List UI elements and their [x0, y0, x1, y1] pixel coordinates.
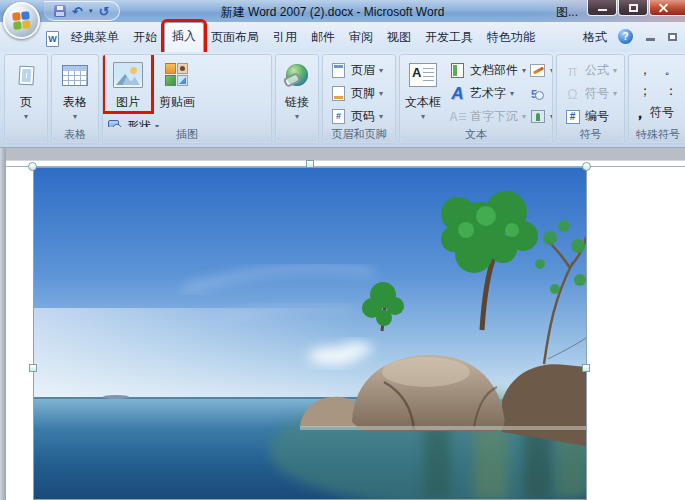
resize-handle-top-left[interactable] — [28, 162, 37, 171]
group-pages: 页 ▾ — [4, 54, 48, 144]
header-icon — [332, 63, 345, 78]
group-illustrations: 图片 剪贴画 形状 ▾ SmartArt 图表 — [102, 54, 272, 144]
inserted-picture[interactable] — [33, 167, 587, 500]
redo-icon[interactable]: ↺ — [98, 5, 109, 18]
document-area[interactable] — [0, 148, 685, 500]
textbox-label: 文本框 — [405, 94, 441, 111]
picture-label: 图片 — [116, 94, 140, 111]
textbox-button[interactable]: A 文本框 ▾ — [400, 55, 446, 121]
tab-special-features[interactable]: 特色功能 — [480, 24, 542, 52]
undo-dropdown-icon[interactable]: ▾ — [89, 7, 93, 15]
tab-page-layout[interactable]: 页面布局 — [204, 24, 266, 52]
chevron-down-icon: ▾ — [379, 67, 383, 75]
ribbon: 页 ▾ 表格 ▾ 表格 图片 剪贴画 — [0, 52, 685, 148]
pages-button[interactable]: 页 ▾ — [5, 55, 47, 121]
pages-label: 页 — [20, 94, 32, 111]
help-button[interactable]: ? — [618, 29, 633, 44]
footer-label: 页脚 — [351, 85, 375, 102]
table-button[interactable]: 表格 ▾ — [52, 55, 98, 121]
page-icon — [18, 65, 34, 85]
signature-line-button[interactable]: ▾ — [526, 59, 550, 82]
group-label-tables: 表格 — [53, 127, 97, 142]
group-tables: 表格 ▾ 表格 — [51, 54, 99, 144]
insert-period-button[interactable]: 。 — [660, 61, 682, 79]
background-window-title: 图... — [556, 4, 578, 21]
wordart-label: 艺术字 — [470, 85, 506, 102]
resize-handle-middle-right[interactable] — [582, 364, 590, 372]
object-icon — [531, 110, 545, 123]
tab-classic-menu[interactable]: 经典菜单 — [64, 24, 126, 52]
office-button[interactable] — [3, 2, 40, 39]
quick-parts-icon — [451, 63, 464, 78]
wordart-button[interactable]: A 艺术字 ▾ — [446, 82, 526, 105]
doc-restore-icon[interactable] — [668, 33, 677, 41]
tabs: W 经典菜单 开始 插入 页面布局 引用 邮件 审阅 视图 开发工具 特色功能 … — [46, 22, 614, 52]
omega-icon: Ω — [567, 86, 577, 102]
resize-handle-top-center[interactable] — [306, 160, 314, 168]
table-icon — [62, 65, 88, 86]
smartart-label: SmartArt — [127, 143, 174, 145]
chevron-down-icon: ▾ — [295, 113, 299, 121]
tab-view[interactable]: 视图 — [380, 24, 418, 52]
minimize-button[interactable] — [587, 0, 617, 16]
clipart-label: 剪贴画 — [159, 94, 195, 111]
picture-button[interactable]: 图片 — [105, 55, 151, 111]
resize-handle-top-right[interactable] — [582, 162, 591, 171]
chevron-down-icon: ▾ — [613, 67, 617, 75]
insert-comma-button[interactable]: ， — [634, 61, 656, 79]
tab-mailings[interactable]: 邮件 — [304, 24, 342, 52]
doc-minimize-icon[interactable] — [646, 38, 655, 41]
save-icon[interactable] — [54, 5, 66, 17]
date-time-button[interactable]: 5 — [526, 82, 550, 105]
picture-icon — [113, 62, 143, 88]
undo-icon[interactable]: ↶ — [72, 5, 83, 18]
number-label: 编号 — [585, 108, 609, 125]
page-number-button[interactable]: 页码 ▾ — [327, 105, 386, 128]
special-symbol-button[interactable]: ， 符号 — [631, 101, 685, 124]
chevron-down-icon: ▾ — [379, 90, 383, 98]
group-label-header-footer: 页眉和页脚 — [324, 127, 394, 142]
wordart-icon: A — [451, 85, 463, 102]
link-label: 链接 — [285, 94, 309, 111]
quote-mark-icon: ， — [632, 108, 648, 118]
group-label-illustrations: 插图 — [104, 127, 270, 142]
number-button[interactable]: # 编号 — [561, 105, 620, 128]
group-text: A 文本框 ▾ 文档部件 ▾ A 艺术字 ▾ A 首字下沉 ▾ — [399, 54, 553, 144]
maximize-icon — [629, 4, 638, 12]
footer-button[interactable]: 页脚 ▾ — [327, 82, 386, 105]
tab-review[interactable]: 审阅 — [342, 24, 380, 52]
quick-access-toolbar: ↶ ▾ ↺ — [44, 1, 120, 21]
drop-cap-button: A 首字下沉 ▾ — [446, 105, 526, 128]
group-label-text: 文本 — [401, 127, 551, 142]
group-special-symbols: ， 。 ； ： ， 符号 特殊符号 — [628, 54, 685, 144]
tab-home[interactable]: 开始 — [126, 24, 164, 52]
textbox-icon: A — [409, 63, 437, 87]
page-number-icon — [332, 109, 345, 124]
equation-label: 公式 — [585, 62, 609, 79]
quick-parts-label: 文档部件 — [470, 62, 518, 79]
tab-developer[interactable]: 开发工具 — [418, 24, 480, 52]
insert-colon-button[interactable]: ： — [660, 82, 682, 100]
ribbon-tab-row: W 经典菜单 开始 插入 页面布局 引用 邮件 审阅 视图 开发工具 特色功能 … — [0, 22, 685, 52]
tab-insert[interactable]: 插入 — [164, 22, 204, 52]
word-document-icon: W — [46, 31, 59, 47]
tab-format[interactable]: 格式 — [576, 24, 614, 52]
footer-icon — [332, 86, 345, 101]
quick-parts-button[interactable]: 文档部件 ▾ — [446, 59, 526, 82]
maximize-button[interactable] — [618, 0, 648, 16]
clipart-icon — [165, 63, 189, 87]
object-button[interactable]: ▾ — [526, 105, 550, 128]
resize-handle-middle-left[interactable] — [29, 364, 37, 372]
header-label: 页眉 — [351, 62, 375, 79]
chevron-down-icon: ▾ — [24, 113, 28, 121]
close-button[interactable] — [649, 0, 685, 16]
group-header-footer: 页眉 ▾ 页脚 ▾ 页码 ▾ 页眉和页脚 — [322, 54, 396, 144]
chevron-down-icon: ▾ — [421, 113, 425, 121]
insert-semicolon-button[interactable]: ； — [634, 82, 656, 100]
chevron-down-icon: ▾ — [510, 90, 514, 98]
clipart-button[interactable]: 剪贴画 — [151, 55, 203, 111]
pi-icon: π — [568, 63, 578, 79]
header-button[interactable]: 页眉 ▾ — [327, 59, 386, 82]
tab-references[interactable]: 引用 — [266, 24, 304, 52]
link-button[interactable]: 链接 ▾ — [276, 55, 318, 121]
